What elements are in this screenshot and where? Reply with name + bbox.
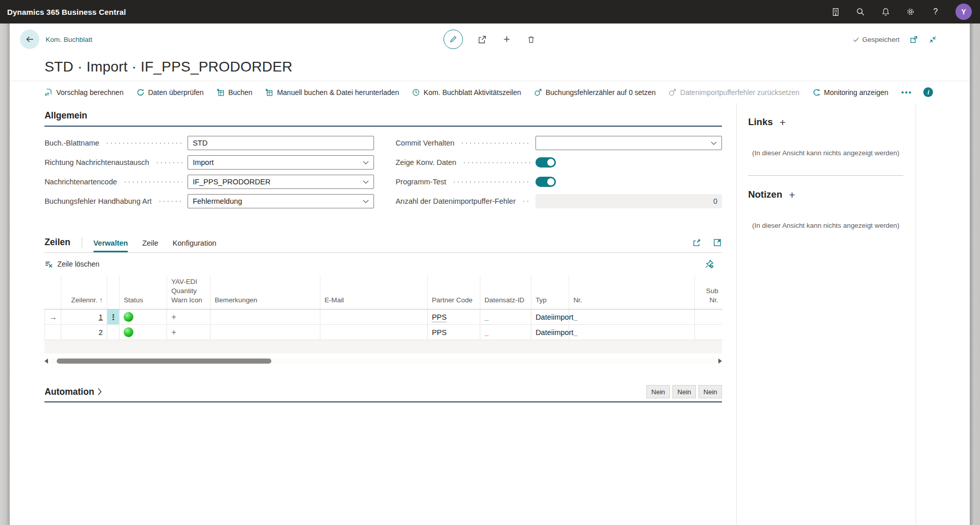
fehler-handhabung-select[interactable]: Fehlermeldung bbox=[188, 194, 374, 208]
help-icon[interactable]: ? bbox=[930, 7, 941, 17]
action-vorschlag-berechnen[interactable]: Vorschlag berechnen bbox=[44, 88, 124, 97]
automation-toggle-button[interactable]: Nein bbox=[672, 385, 696, 398]
refresh-icon bbox=[136, 88, 145, 97]
add-note-button[interactable]: + bbox=[789, 189, 795, 200]
scrollbar-track[interactable] bbox=[51, 358, 716, 364]
action-fehlerzaehler-reset[interactable]: Buchungsfehlerzähler auf 0 setzen bbox=[534, 88, 656, 97]
right-gutter[interactable] bbox=[970, 23, 980, 525]
nachrichtenartencode-select[interactable]: IF_PPS_PRODORDER bbox=[188, 175, 374, 189]
chevron-right-icon bbox=[97, 388, 102, 396]
delete-line-button[interactable]: Zeile löschen bbox=[44, 260, 100, 269]
action-monitoring-anzeigen[interactable]: Monitoring anzeigen bbox=[812, 88, 889, 97]
share-lines-icon[interactable] bbox=[692, 238, 702, 247]
search-icon[interactable] bbox=[855, 7, 866, 17]
col-typ[interactable]: Typ bbox=[531, 275, 569, 309]
scroll-right-icon[interactable] bbox=[718, 359, 722, 364]
action-aktivitaetszeilen[interactable]: Kom. Buchblatt Aktivitätszeilen bbox=[412, 88, 521, 97]
links-header: Links + bbox=[748, 116, 903, 128]
scrollbar-thumb[interactable] bbox=[57, 359, 271, 364]
col-nr[interactable]: Nr. bbox=[569, 275, 695, 309]
tab-konfiguration[interactable]: Konfiguration bbox=[173, 239, 216, 252]
programm-test-toggle[interactable] bbox=[535, 177, 556, 187]
back-button[interactable] bbox=[20, 30, 39, 49]
col-zeilennr[interactable]: Zeilennr. ↑ bbox=[61, 275, 107, 309]
new-record-button[interactable]: + bbox=[502, 34, 512, 44]
row-menu-button[interactable]: ⋮ bbox=[107, 309, 120, 325]
chevron-down-icon bbox=[711, 141, 717, 145]
post-download-icon bbox=[265, 88, 273, 97]
company-icon[interactable] bbox=[830, 7, 841, 17]
vertical-divider bbox=[82, 237, 82, 248]
cell-partner-code[interactable]: PPS bbox=[428, 309, 480, 325]
cell-warn-icon: + bbox=[167, 309, 211, 325]
open-in-new-window-icon[interactable] bbox=[909, 35, 918, 44]
general-section-header[interactable]: Allgemein bbox=[44, 110, 722, 127]
automation-toggle-button[interactable]: Nein bbox=[698, 385, 722, 398]
col-bemerkungen[interactable]: Bemerkungen bbox=[211, 275, 320, 309]
cell-nr[interactable]: _ bbox=[569, 309, 695, 325]
settings-gear-icon[interactable] bbox=[905, 7, 916, 17]
zeige-konv-daten-toggle[interactable] bbox=[535, 157, 556, 168]
expand-lines-icon[interactable] bbox=[713, 238, 722, 247]
info-icon[interactable]: i bbox=[923, 87, 933, 97]
more-actions-button[interactable]: ••• bbox=[901, 88, 913, 97]
action-daten-ueberpruefen[interactable]: Daten überprüfen bbox=[136, 88, 204, 97]
edit-button[interactable] bbox=[444, 30, 463, 49]
cell-typ[interactable]: Dateiimport bbox=[531, 309, 569, 325]
notifications-bell-icon[interactable] bbox=[880, 7, 891, 17]
unpin-icon[interactable] bbox=[705, 259, 714, 269]
col-datensatz-id[interactable]: Datensatz-ID bbox=[480, 275, 531, 309]
col-sub-nr[interactable]: Sub Nr. bbox=[695, 275, 722, 309]
share-button[interactable] bbox=[477, 34, 487, 44]
buch-blattname-input[interactable]: STD bbox=[188, 136, 374, 150]
col-status[interactable]: Status bbox=[120, 275, 167, 309]
breadcrumb[interactable]: Kom. Buchblatt bbox=[45, 36, 92, 43]
field-richtung: Richtung Nachrichtenaustausch Import bbox=[44, 155, 374, 170]
cell-email[interactable] bbox=[320, 325, 428, 340]
collapse-page-icon[interactable] bbox=[928, 35, 937, 44]
user-avatar[interactable]: Y bbox=[955, 4, 972, 20]
links-empty-text: (In dieser Ansicht kann nichts angezeigt… bbox=[748, 149, 903, 157]
automation-expander[interactable]: Automation bbox=[44, 387, 102, 397]
cell-datensatz-id[interactable]: _ bbox=[480, 309, 531, 325]
reset-counter-icon bbox=[534, 88, 542, 97]
cell-zeilennr[interactable]: 1 bbox=[61, 309, 107, 325]
cell-datensatz-id[interactable]: _ bbox=[480, 325, 531, 340]
toggle-knob bbox=[547, 159, 554, 166]
commit-verhalten-select[interactable] bbox=[535, 136, 722, 150]
cell-email[interactable] bbox=[320, 309, 428, 325]
col-partner-code[interactable]: Partner Code bbox=[428, 275, 480, 309]
col-email[interactable]: E-Mail bbox=[320, 275, 428, 309]
add-link-button[interactable]: + bbox=[779, 117, 785, 128]
app-title[interactable]: Dynamics 365 Business Central bbox=[7, 8, 126, 16]
cell-sub-nr[interactable] bbox=[695, 309, 722, 325]
action-manuell-buchen[interactable]: Manuell buchen & Datei herunterladen bbox=[265, 88, 399, 97]
cell-typ[interactable]: Dateiimport bbox=[531, 325, 569, 340]
richtung-select[interactable]: Import bbox=[188, 155, 374, 170]
action-buchen[interactable]: Buchen bbox=[217, 88, 252, 97]
cell-bemerkungen[interactable] bbox=[211, 309, 320, 325]
scroll-left-icon[interactable] bbox=[44, 359, 48, 364]
tab-zeile[interactable]: Zeile bbox=[142, 239, 158, 252]
row-menu-cell bbox=[107, 325, 120, 340]
topbar-actions: ? Y bbox=[830, 4, 972, 20]
cell-nr[interactable]: _ bbox=[569, 325, 695, 340]
automation-toggle-button[interactable]: Nein bbox=[646, 385, 670, 398]
monitoring-icon bbox=[812, 88, 821, 97]
cell-sub-nr[interactable] bbox=[695, 325, 722, 340]
cell-zeilennr[interactable]: 2 bbox=[61, 325, 107, 340]
delete-record-button[interactable] bbox=[526, 34, 536, 44]
cell-bemerkungen[interactable] bbox=[211, 325, 320, 340]
dotted-leader bbox=[522, 201, 530, 202]
delete-line-icon bbox=[44, 260, 53, 269]
dotted-leader bbox=[460, 142, 530, 144]
cell-partner-code[interactable]: PPS bbox=[428, 325, 480, 340]
field-anzahl-fehler: Anzahl der Datenimportpuffer-Fehler 0 bbox=[395, 194, 722, 208]
zeige-konv-daten-slot bbox=[535, 157, 722, 168]
chevron-down-icon bbox=[363, 180, 369, 184]
tab-verwalten[interactable]: Verwalten bbox=[94, 239, 128, 252]
general-fields-right: Commit Verhalten Zeige Konv. Daten bbox=[395, 136, 722, 213]
col-row-menu bbox=[107, 275, 120, 309]
col-warn-icon[interactable]: YAV-EDI Quantity Warn Icon bbox=[167, 275, 211, 309]
horizontal-scrollbar bbox=[44, 357, 722, 365]
